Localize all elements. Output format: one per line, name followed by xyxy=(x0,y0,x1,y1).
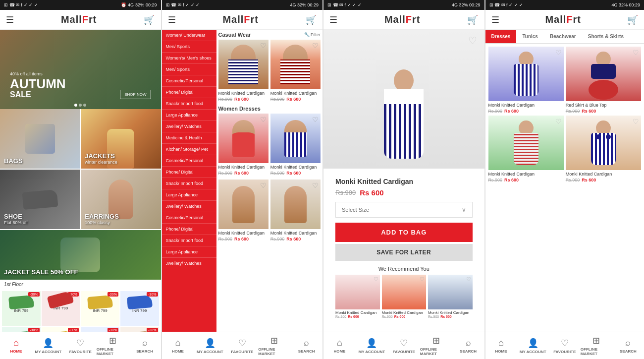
rec-wishlist-1[interactable]: ♡ xyxy=(374,276,378,283)
shoe-item-3[interactable]: -30% INR 799 xyxy=(81,291,119,326)
wishlist-btn-3[interactable]: ♡ xyxy=(260,116,267,123)
sidebar-item-10[interactable]: Medicine & Health xyxy=(162,132,216,144)
p4-wishlist-4[interactable]: ♡ xyxy=(633,118,639,125)
p4-product-1[interactable]: ♡ Monki Knitted Cardigan Rs.900 Rs 600 xyxy=(488,47,564,114)
product-2[interactable]: ♡ Monki Knitted Cardigan Rs.900 Rs 600 xyxy=(270,40,321,102)
sidebar-item-2[interactable]: Men/ Sports xyxy=(162,41,216,53)
nav-search-3[interactable]: ⌕ SEARCH xyxy=(452,338,484,354)
p4-wishlist-1[interactable]: ♡ xyxy=(555,49,562,57)
cart-icon-1[interactable]: 🛒 xyxy=(144,14,155,25)
p4-product-2[interactable]: ♡ Red Skirt & Blue Top Rs.900 Rs 600 xyxy=(566,47,641,114)
sidebar-item-7[interactable]: Snack/ Import food xyxy=(162,98,216,110)
p4-wishlist-2[interactable]: ♡ xyxy=(633,49,639,57)
filter-btn[interactable]: 🔧 Filter xyxy=(304,32,321,37)
nav-fav-3[interactable]: ♡ FAVOURITE xyxy=(388,338,420,354)
sidebar-item-11[interactable]: Kitchen/ Storage/ Pet xyxy=(162,144,216,155)
sidebar-item-17[interactable]: Cosmetic/Personal xyxy=(162,212,216,224)
nav-market-1[interactable]: ⊞ OFFLINE MARKET xyxy=(97,335,129,356)
shoe-item-4[interactable]: -30% INR 799 xyxy=(120,291,159,326)
nav-home-2[interactable]: ⌂ HOME xyxy=(162,338,194,354)
product-6[interactable]: ♡ Monki Knitted Cardigan Rs.900 Rs 600 xyxy=(270,180,321,241)
nav-search-4[interactable]: ⌕ SEARCH xyxy=(612,338,644,354)
sidebar-item-14[interactable]: Snack/ Import food xyxy=(162,178,216,189)
rec-wishlist-3[interactable]: ♡ xyxy=(466,276,471,283)
product-4[interactable]: ♡ Monki Knitted Cardigan Rs.900 Rs 600 xyxy=(270,114,321,176)
product-3[interactable]: ♡ Monki Knitted Cardigan Rs.900 Rs 600 xyxy=(218,114,268,176)
product-1[interactable]: ♡ Monki Knitted Cardigan Rs.900 Rs 600 xyxy=(218,40,268,102)
wishlist-btn-4[interactable]: ♡ xyxy=(312,116,319,123)
nav-home-1[interactable]: ⌂ HOME xyxy=(0,338,32,354)
wishlist-btn-6[interactable]: ♡ xyxy=(312,181,319,189)
tab-tunics[interactable]: Tunics xyxy=(516,30,543,43)
nav-market-4[interactable]: ⊞ OFFLINE MARKET xyxy=(581,335,612,356)
rec-item-3[interactable]: ♡ Monki Knitted Cardigan Rs.900 Rs 600 xyxy=(428,275,473,318)
nav-fav-1[interactable]: ♡ FAVOURITE xyxy=(64,338,97,354)
bags-category[interactable]: BAGS xyxy=(0,109,80,169)
nav-search-1[interactable]: ⌕ SEARCH xyxy=(129,338,161,354)
rec-wishlist-2[interactable]: ♡ xyxy=(420,276,425,283)
tab-dresses[interactable]: Dresses xyxy=(485,30,517,43)
shoe-category[interactable]: SHOEFlat 60% off xyxy=(0,170,80,229)
sidebar-item-19[interactable]: Snack/ Import food xyxy=(162,235,216,246)
nav-home-3[interactable]: ⌂ HOME xyxy=(323,338,356,354)
size-selector[interactable]: Select Size ∨ xyxy=(335,202,473,218)
sidebar-item-12[interactable]: Cosmetic/Personal xyxy=(162,155,216,167)
shoe-item-6[interactable]: -30% INR 799 xyxy=(42,327,80,332)
search-label-3: SEARCH xyxy=(460,349,477,354)
shoe-item-5[interactable]: -30% INR 799 xyxy=(2,327,41,332)
sidebar-item-8[interactable]: Large Appliance xyxy=(162,110,216,121)
nav-account-2[interactable]: 👤 MY ACCOUNT xyxy=(194,338,226,354)
shoe-item-7[interactable]: -30% INR 799 xyxy=(81,327,119,332)
hamburger-2[interactable]: ☰ xyxy=(168,14,176,25)
hamburger-4[interactable]: ☰ xyxy=(491,14,499,25)
tab-beachwear[interactable]: Beachwear xyxy=(544,30,582,43)
jacket-sale-category[interactable]: JACKET SALE 50% OFF xyxy=(0,230,161,280)
cart-icon-2[interactable]: 🛒 xyxy=(306,14,317,25)
sidebar-item-3[interactable]: Women's/ Men's shoes xyxy=(162,53,216,64)
cart-icon-4[interactable]: 🛒 xyxy=(627,14,638,25)
wishlist-btn-2[interactable]: ♡ xyxy=(312,42,319,50)
sidebar-item-13[interactable]: Phone/ Digital xyxy=(162,167,216,178)
tab-shorts[interactable]: Shorts & Skirts xyxy=(582,30,630,43)
nav-account-3[interactable]: 👤 MY ACCOUNT xyxy=(356,338,388,354)
sidebar-item-9[interactable]: Jwellery/ Watches xyxy=(162,121,216,132)
new-price-1: Rs 600 xyxy=(234,97,249,102)
nav-home-4[interactable]: ⌂ HOME xyxy=(485,338,517,354)
shoe-item-2[interactable]: -30% INR 799 xyxy=(42,291,80,326)
hamburger-menu-1[interactable]: ☰ xyxy=(6,14,14,25)
sidebar-item-6[interactable]: Phone/ Digital xyxy=(162,87,216,98)
sidebar-item-4[interactable]: Men/ Sports xyxy=(162,64,216,75)
sidebar-item-16[interactable]: Jwellery/ Watches xyxy=(162,201,216,212)
p4-wishlist-3[interactable]: ♡ xyxy=(555,118,562,125)
sidebar-item-15[interactable]: Large Appliance xyxy=(162,189,216,201)
hamburger-3[interactable]: ☰ xyxy=(329,14,337,25)
shoe-item-1[interactable]: -30% INR 799 xyxy=(2,291,41,326)
wishlist-btn-1[interactable]: ♡ xyxy=(260,42,267,50)
sidebar-item-1[interactable]: Women/ Underwear xyxy=(162,30,216,41)
nav-market-3[interactable]: ⊞ OFFLINE MARKET xyxy=(420,335,452,356)
sidebar-item-20[interactable]: Large Appliance xyxy=(162,246,216,258)
wishlist-btn-5[interactable]: ♡ xyxy=(260,181,267,189)
shop-now-btn[interactable]: SHOP NOW xyxy=(120,90,151,99)
detail-wishlist-btn[interactable]: ♡ xyxy=(468,35,477,47)
jackets-category[interactable]: JACKETSwinter clearance xyxy=(81,109,161,169)
nav-account-4[interactable]: 👤 MY ACCOUNT xyxy=(517,338,549,354)
p4-product-4[interactable]: ♡ Monki Knitted Cardigan Rs.900 Rs 600 xyxy=(566,116,641,182)
earrings-category[interactable]: EARRINGS100% classy xyxy=(81,170,161,229)
nav-fav-4[interactable]: ♡ FAVOURITE xyxy=(549,338,581,354)
product-5[interactable]: ♡ Monki Knitted Cardigan Rs.900 Rs 600 xyxy=(218,180,268,241)
add-to-bag-btn[interactable]: ADD TO BAG xyxy=(335,223,473,242)
rec-item-2[interactable]: ♡ Monki Knitted Cardigan Rs.900 Rs 600 xyxy=(382,275,427,318)
rec-item-1[interactable]: ♡ Monki Knitted Cardigan Rs.900 Rs 600 xyxy=(335,275,380,318)
sidebar-item-18[interactable]: Phone/ Digital xyxy=(162,224,216,235)
shoe-item-8[interactable]: -30% INR 799 xyxy=(120,327,159,332)
sidebar-item-5[interactable]: Cosmetic/Personal xyxy=(162,75,216,87)
nav-search-2[interactable]: ⌕ SEARCH xyxy=(290,338,322,354)
sidebar-item-21[interactable]: Jwellery/ Watches xyxy=(162,258,216,269)
nav-account-1[interactable]: 👤 MY ACCOUNT xyxy=(32,338,64,354)
nav-market-2[interactable]: ⊞ OFFLINE MARKET xyxy=(258,335,290,356)
cart-icon-3[interactable]: 🛒 xyxy=(467,14,478,25)
save-for-later-btn[interactable]: SAVE FOR LATER xyxy=(335,244,473,261)
p4-product-3[interactable]: ♡ Monki Knitted Cardigan Rs.900 Rs 600 xyxy=(488,116,564,182)
nav-fav-2[interactable]: ♡ FAVOURITE xyxy=(226,338,258,354)
